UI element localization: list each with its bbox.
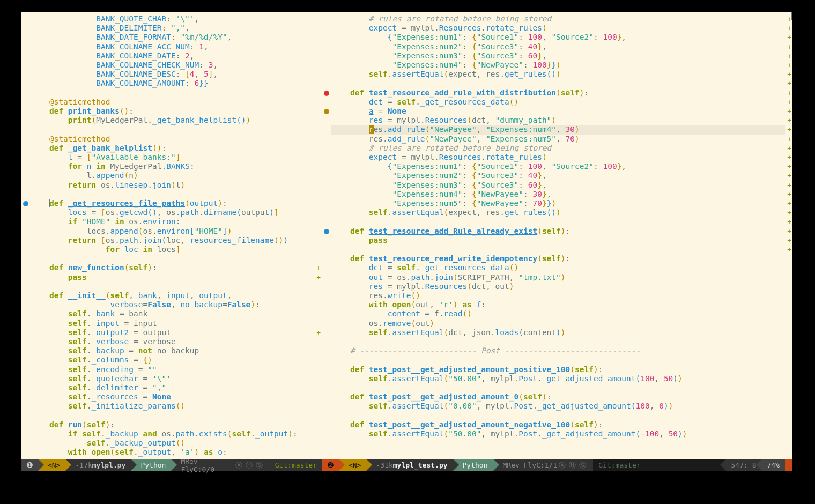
code-line[interactable]: BANK_QUOTE_CHAR: '\"', <box>31 14 314 24</box>
code-line[interactable]: if self._backup and os.path.exists(self.… <box>31 429 314 439</box>
code-line[interactable]: for n in MyLedgerPal.BANKS: <box>31 162 314 171</box>
code-line[interactable]: pass <box>31 273 314 282</box>
code-line[interactable]: "Expenses:num5": {"NewPayee": 70}}) <box>331 199 785 208</box>
code-line[interactable]: "Expenses:num4": {"NewPayee": 100}}) <box>331 61 785 70</box>
code-line[interactable]: def test_post__get_adjusted_amount_negat… <box>331 420 785 429</box>
major-mode-right[interactable]: Python <box>453 459 493 471</box>
code-line[interactable]: verbose=False, no_backup=False): <box>31 300 314 309</box>
code-line[interactable] <box>31 125 314 134</box>
code-line[interactable]: res = mylpl.Resources(dct, out) <box>331 282 785 291</box>
code-line[interactable]: "Expenses:num2": {"Source3": 40}, <box>331 171 785 180</box>
code-line[interactable]: def test_post__get_adjusted_amount_0(sel… <box>331 392 785 402</box>
code-line[interactable]: self._input = input <box>31 319 314 328</box>
code-line[interactable] <box>31 282 314 291</box>
code-line[interactable]: {"Expenses:num1": {"Source1": 100, "Sour… <box>331 162 785 171</box>
code-line[interactable]: def test_resource_read_write_idempotency… <box>331 254 785 263</box>
code-line[interactable] <box>331 337 785 346</box>
code-line[interactable]: return [os.path.join(loc, resources_file… <box>31 236 314 245</box>
code-line[interactable]: self.assertEqual(expect, res.get_rules()… <box>331 70 785 79</box>
code-line[interactable]: self.assertEqual(expect, res.get_rules()… <box>331 208 785 217</box>
code-line[interactable]: expect = mylpl.Resources.rotate_rules( <box>331 153 785 162</box>
code-line[interactable]: l = ["Available banks:"] <box>31 153 314 162</box>
code-line[interactable]: BANK_DATE_FORMAT: "%m/%d/%Y", <box>31 33 314 42</box>
code-line[interactable]: "Expenses:num4": {"NewPayee": 30}, <box>331 190 785 199</box>
code-line[interactable]: locs = [os.getcwd(), os.path.dirname(out… <box>31 208 314 217</box>
code-line[interactable]: def _get_bank_helplist(): <box>31 144 314 153</box>
code-line[interactable]: def __init__(self, bank, input, output, <box>31 291 314 300</box>
code-line[interactable]: self._backup = not no_backup <box>31 346 314 355</box>
code-line[interactable]: "Expenses:num3": {"Source3": 60}, <box>331 181 785 190</box>
code-line[interactable]: with open(out, 'r') as f: <box>331 300 785 309</box>
code-line[interactable]: with open(self._output, 'a') as o: <box>31 448 314 457</box>
code-line[interactable]: @staticmethod <box>31 135 314 144</box>
code-line[interactable] <box>331 217 785 226</box>
code-line[interactable]: @staticmethod <box>31 98 314 107</box>
code-line[interactable] <box>331 411 785 420</box>
code-line[interactable]: "Expenses:num2": {"Source3": 40}, <box>331 42 785 51</box>
code-line[interactable]: self._backup_output() <box>31 439 314 448</box>
code-line[interactable]: self.assertEqual("50.00", mylpl.Post._ge… <box>331 374 785 383</box>
code-line[interactable]: def test_post__get_adjusted_amount_posit… <box>331 365 785 374</box>
code-line[interactable]: out = os.path.join(SCRIPT_PATH, "tmp.txt… <box>331 273 785 282</box>
code-line[interactable]: self._encoding = "" <box>31 365 314 374</box>
diff-indicator: + <box>787 33 791 42</box>
code-line[interactable]: self.assertEqual("0.00", mylpl.Post._get… <box>331 402 785 411</box>
code-line[interactable]: res.add_rule("NewPayee", "Expenses:num5"… <box>331 135 785 144</box>
code-line[interactable]: res = mylpl.Resources(dct, "dummy_path") <box>331 116 785 125</box>
code-line[interactable] <box>31 411 314 420</box>
code-line[interactable]: BANK_COLNAME_DESC: [4, 5], <box>31 70 314 79</box>
code-line[interactable]: res.write() <box>331 291 785 300</box>
code-line[interactable]: "Expenses:num3": {"Source3": 60}, <box>331 51 785 61</box>
left-pane[interactable]: BANK_QUOTE_CHAR: '\"', BANK_DELIMITER: "… <box>21 12 322 459</box>
code-line[interactable]: self._delimiter = "," <box>31 383 314 392</box>
code-line[interactable] <box>331 383 785 392</box>
code-line[interactable]: def _get_resources_file_paths(output): <box>31 199 314 208</box>
code-line[interactable]: self._verbose = verbose <box>31 337 314 346</box>
code-line[interactable]: self._resources = None <box>31 392 314 402</box>
code-line[interactable]: self.assertEqual(dct, json.loads(content… <box>331 328 785 337</box>
code-line[interactable] <box>31 190 314 199</box>
code-line[interactable] <box>331 245 785 254</box>
code-line[interactable]: {"Expenses:num1": {"Source1": 100, "Sour… <box>331 33 785 42</box>
code-line[interactable]: # rules are rotated before being stored <box>331 14 785 24</box>
code-line[interactable]: if "HOME" in os.environ: <box>31 217 314 226</box>
code-line[interactable]: def print_banks(): <box>31 107 314 116</box>
code-line[interactable]: BANK_COLNAME_AMOUNT: 6}} <box>31 79 314 88</box>
code-line[interactable]: self._initialize_params() <box>31 402 314 411</box>
code-line[interactable]: # rules are rotated before being stored <box>331 144 785 153</box>
major-mode-left[interactable]: Python <box>131 459 171 471</box>
code-line[interactable]: return os.linesep.join(l) <box>31 181 314 190</box>
code-line[interactable]: BANK_DELIMITER: ",", <box>31 24 314 33</box>
code-line[interactable] <box>31 88 314 98</box>
code-line[interactable]: for loc in locs] <box>31 245 314 254</box>
code-line[interactable]: self._quotechar = '\"' <box>31 374 314 383</box>
code-line[interactable] <box>31 254 314 263</box>
code-line[interactable]: os.remove(out) <box>331 319 785 328</box>
diff-indicator: + <box>787 61 791 70</box>
code-line[interactable] <box>331 79 785 88</box>
code-line[interactable]: pass <box>331 236 785 245</box>
code-line[interactable]: self.assertEqual("50.00", mylpl.Post._ge… <box>331 429 785 439</box>
code-line[interactable]: def test_resource_add_Rule_already_exist… <box>331 227 785 236</box>
code-line[interactable]: def new_function(self): <box>31 263 314 272</box>
code-line[interactable] <box>331 355 785 365</box>
code-line[interactable]: BANK_COLNAME_ACC_NUM: 1, <box>31 42 314 51</box>
code-line[interactable]: self._columns = {} <box>31 355 314 365</box>
code-line[interactable]: a = None <box>331 107 785 116</box>
code-line[interactable]: content = f.read() <box>331 309 785 318</box>
code-line[interactable]: expect = mylpl.Resources.rotate_rules( <box>331 24 785 33</box>
code-line[interactable]: dct = self._get_resources_data() <box>331 263 785 272</box>
code-line[interactable]: # ------------------------- Post -------… <box>331 346 785 355</box>
right-pane[interactable]: # rules are rotated before being stored … <box>322 12 792 459</box>
code-line[interactable]: print(MyLedgerPal._get_bank_helplist()) <box>31 116 314 125</box>
code-line[interactable]: dct = self._get_resources_data() <box>331 98 785 107</box>
code-line[interactable]: self._output2 = output <box>31 328 314 337</box>
code-line[interactable]: BANK_COLNAME_DATE: 2, <box>31 51 314 61</box>
code-line[interactable]: BANK_COLNAME_CHECK_NUM: 3, <box>31 61 314 70</box>
code-line[interactable]: self._bank = bank <box>31 309 314 318</box>
code-line[interactable]: locs.append(os.environ["HOME"]) <box>31 227 314 236</box>
code-line[interactable]: def test_resource_add_rule_with_distribu… <box>331 88 785 98</box>
code-line[interactable]: res.add_rule("NewPayee", "Expenses:num4"… <box>331 125 785 134</box>
code-line[interactable]: l.append(n) <box>31 171 314 180</box>
code-line[interactable]: def run(self): <box>31 420 314 429</box>
